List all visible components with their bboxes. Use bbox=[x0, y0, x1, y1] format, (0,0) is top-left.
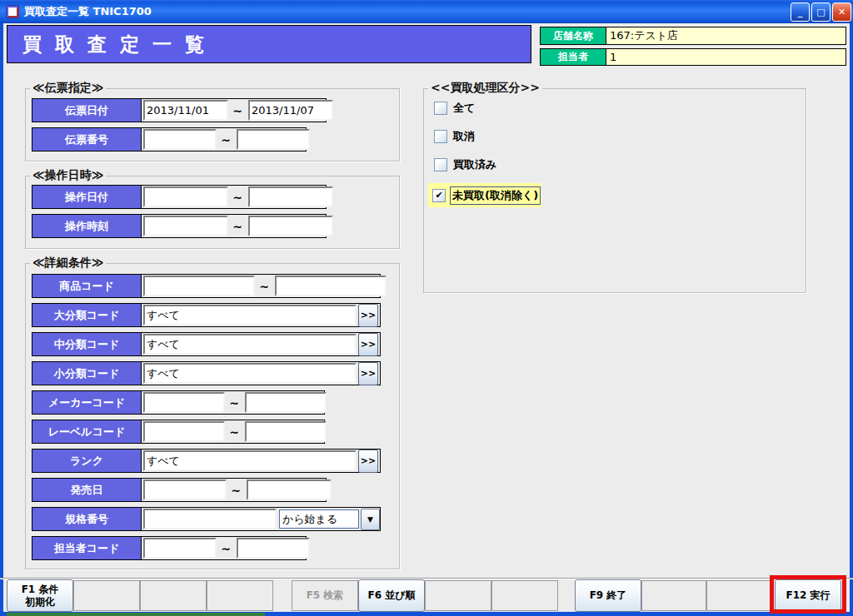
f12-execute-button[interactable]: F12 実行 bbox=[775, 579, 841, 612]
range-tilde: ~ bbox=[228, 220, 247, 233]
middle-category-picker-button[interactable]: >> bbox=[358, 333, 378, 356]
minimize-button[interactable]: _ bbox=[791, 2, 810, 22]
staff-code-to-input[interactable] bbox=[237, 538, 310, 559]
range-tilde: ~ bbox=[217, 542, 235, 555]
rank-input[interactable] bbox=[143, 450, 357, 471]
f1-reset-button[interactable]: F1 条件 初期化 bbox=[7, 579, 73, 612]
window-title: 買取査定一覧 TNIC1700 bbox=[24, 4, 152, 19]
product-code-label: 商品コード bbox=[32, 275, 142, 297]
staff-row: 担当者 1 bbox=[540, 48, 846, 66]
large-category-picker-button[interactable]: >> bbox=[358, 304, 378, 327]
function-cell-empty bbox=[425, 580, 491, 611]
detail-group-title: ≪詳細条件≫ bbox=[30, 256, 106, 271]
label-code-from-input[interactable] bbox=[143, 421, 225, 442]
function-cell-empty bbox=[641, 580, 706, 611]
checkbox-purchased[interactable] bbox=[434, 158, 447, 171]
title-bar: 買取査定一覧 TNIC1700 _ □ ✕ bbox=[0, 0, 853, 23]
standard-match-dropdown-button[interactable]: ▼ bbox=[361, 509, 380, 530]
f6-sort-button[interactable]: F6 並び順 bbox=[358, 579, 425, 612]
small-category-input[interactable] bbox=[143, 363, 357, 384]
range-tilde: ~ bbox=[228, 104, 247, 117]
range-tilde: ~ bbox=[227, 484, 245, 497]
rank-picker-button[interactable]: >> bbox=[358, 450, 378, 473]
store-name-row: 店舗名称 167:テスト店 bbox=[540, 27, 846, 45]
checkbox-row-all[interactable]: 全て bbox=[434, 101, 475, 116]
operation-time-to-input[interactable] bbox=[248, 216, 333, 236]
release-date-from-input[interactable] bbox=[143, 479, 227, 500]
slip-number-row: 伝票番号 ~ bbox=[32, 127, 307, 152]
standard-match-select[interactable]: から始まる bbox=[279, 509, 359, 529]
large-category-row: 大分類コード >> bbox=[32, 303, 381, 327]
slip-date-to-input[interactable] bbox=[248, 100, 333, 121]
range-tilde: ~ bbox=[228, 191, 247, 204]
close-button[interactable]: ✕ bbox=[832, 2, 851, 22]
checkbox-highlight: ✔ 未買取(取消除く) bbox=[428, 183, 541, 207]
staff-value: 1 bbox=[606, 49, 846, 65]
operation-date-label: 操作日付 bbox=[32, 186, 142, 208]
function-cell-empty bbox=[491, 580, 558, 611]
middle-category-row: 中分類コード >> bbox=[32, 332, 381, 356]
checkbox-unpurchased-label: 未買取(取消除く) bbox=[450, 186, 541, 205]
maker-code-from-input[interactable] bbox=[143, 392, 225, 413]
function-cell-empty bbox=[140, 580, 207, 611]
operation-date-from-input[interactable] bbox=[143, 186, 228, 207]
label-code-to-input[interactable] bbox=[245, 421, 327, 442]
staff-label: 担当者 bbox=[541, 49, 606, 65]
operation-time-from-input[interactable] bbox=[143, 216, 228, 236]
large-category-label: 大分類コード bbox=[32, 304, 142, 326]
range-tilde: ~ bbox=[255, 280, 273, 293]
release-date-label: 発売日 bbox=[32, 479, 142, 501]
standard-number-input[interactable] bbox=[143, 509, 277, 529]
middle-category-input[interactable] bbox=[143, 334, 357, 355]
operation-time-row: 操作時刻 ~ bbox=[32, 214, 327, 238]
slip-date-row: 伝票日付 ~ bbox=[32, 98, 327, 122]
checkbox-row-purchased[interactable]: 買取済み bbox=[434, 157, 496, 172]
small-category-label: 小分類コード bbox=[32, 362, 142, 385]
staff-code-row: 担当者コード ~ bbox=[32, 536, 307, 560]
checkbox-all-label: 全て bbox=[453, 101, 475, 116]
rank-label: ランク bbox=[32, 450, 142, 472]
f9-label: F9 終了 bbox=[590, 589, 627, 602]
checkbox-unpurchased[interactable]: ✔ bbox=[432, 189, 446, 202]
checkbox-cancel-label: 取消 bbox=[453, 129, 475, 144]
store-name-value: 167:テスト店 bbox=[606, 27, 846, 44]
window-border-left bbox=[0, 23, 3, 613]
slip-date-from-input[interactable] bbox=[143, 100, 228, 121]
store-name-label: 店舗名称 bbox=[541, 27, 606, 44]
release-date-to-input[interactable] bbox=[247, 479, 332, 500]
checkbox-row-cancel[interactable]: 取消 bbox=[434, 129, 475, 144]
range-tilde: ~ bbox=[225, 425, 243, 439]
f12-label: F12 実行 bbox=[786, 589, 830, 602]
maker-code-row: メーカーコード ~ bbox=[32, 390, 325, 415]
maker-code-to-input[interactable] bbox=[245, 392, 327, 413]
staff-code-from-input[interactable] bbox=[143, 538, 217, 559]
checkbox-all[interactable] bbox=[434, 102, 447, 115]
small-category-row: 小分類コード >> bbox=[32, 361, 381, 385]
small-category-picker-button[interactable]: >> bbox=[358, 362, 378, 385]
maker-code-label: メーカーコード bbox=[32, 391, 142, 414]
f5-search-button[interactable]: F5 検索 bbox=[292, 580, 358, 611]
checkbox-cancel[interactable] bbox=[434, 130, 447, 143]
taskbar-strip bbox=[7, 613, 265, 616]
product-code-row: 商品コード ~ bbox=[32, 274, 381, 298]
product-code-from-input[interactable] bbox=[143, 276, 255, 296]
checkbox-row-unpurchased[interactable]: ✔ 未買取(取消除く) bbox=[432, 186, 541, 205]
large-category-input[interactable] bbox=[143, 305, 357, 325]
operation-date-row: 操作日付 ~ bbox=[32, 185, 327, 209]
product-code-to-input[interactable] bbox=[275, 276, 387, 296]
operation-time-label: 操作時刻 bbox=[32, 215, 142, 237]
maximize-button[interactable]: □ bbox=[811, 2, 831, 22]
window-border-right bbox=[850, 23, 853, 613]
slip-date-label: 伝票日付 bbox=[32, 99, 142, 122]
slip-number-to-input[interactable] bbox=[237, 129, 310, 150]
operation-date-to-input[interactable] bbox=[248, 186, 333, 207]
middle-category-label: 中分類コード bbox=[32, 333, 142, 355]
f1-label-line2: 初期化 bbox=[25, 596, 55, 609]
operation-group-title: ≪操作日時≫ bbox=[30, 168, 106, 183]
slip-number-from-input[interactable] bbox=[143, 129, 217, 150]
standard-number-row: 規格番号 から始まる ▼ bbox=[32, 507, 381, 531]
checkbox-purchased-label: 買取済み bbox=[453, 157, 496, 172]
f9-exit-button[interactable]: F9 終了 bbox=[575, 579, 641, 612]
range-tilde: ~ bbox=[217, 133, 235, 147]
page-title: 買 取 査 定 一 覧 bbox=[7, 25, 531, 63]
